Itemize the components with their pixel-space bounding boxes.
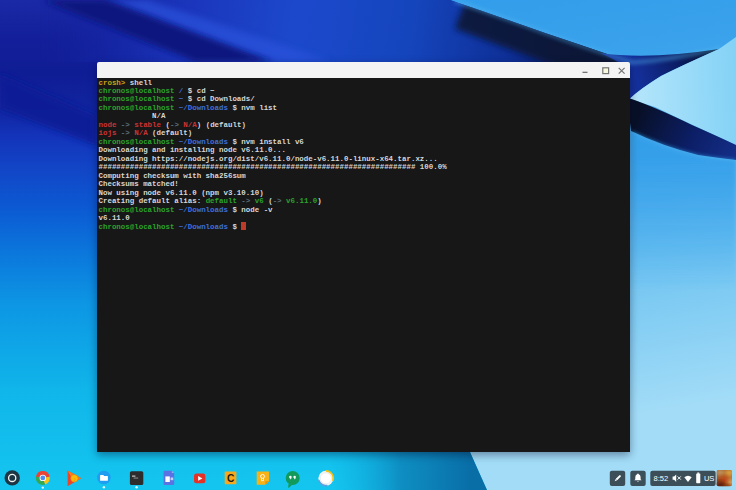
svg-text:♪: ♪ — [73, 476, 76, 482]
svg-text:US: US — [704, 474, 714, 483]
svg-text:8:52: 8:52 — [654, 474, 669, 483]
svg-text:C: C — [227, 473, 235, 484]
